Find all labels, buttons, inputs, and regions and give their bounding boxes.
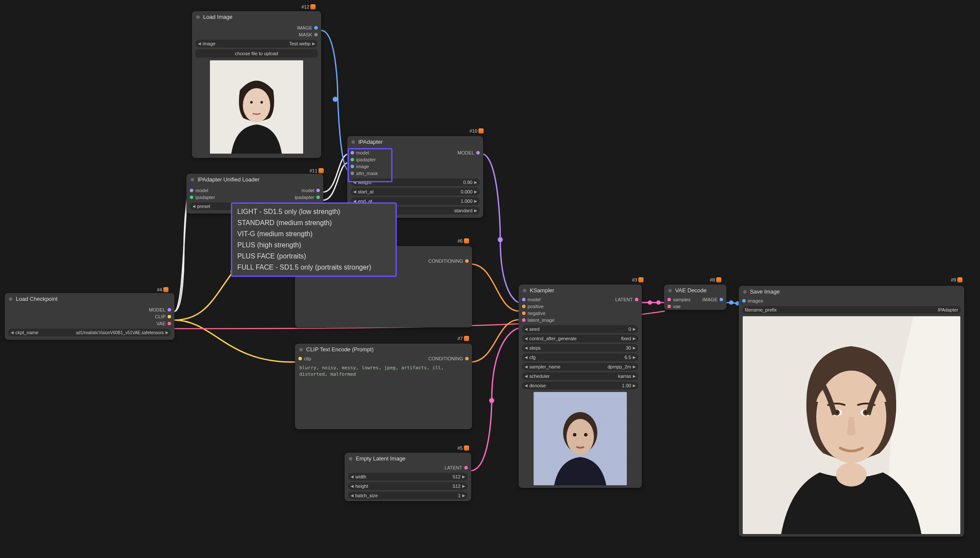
scheduler-widget[interactable]: ◀schedulerkarras▶ — [522, 372, 638, 380]
weight-widget[interactable]: ◀weight0.80▶ — [351, 178, 480, 186]
svg-point-6 — [729, 300, 733, 305]
node-title: Load Checkpoint — [16, 296, 58, 302]
node-load-image[interactable]: Load Image IMAGE MASK ◀image Test.webp▶ … — [192, 11, 321, 158]
output-conditioning-label: CONDITIONING — [428, 356, 463, 361]
svg-point-4 — [648, 300, 652, 305]
input-image-label: image — [356, 164, 369, 169]
node-title: VAE Decode — [675, 287, 706, 294]
input-negative-label: negative — [528, 311, 546, 316]
input-ipadapter-label: ipadapter — [195, 195, 215, 200]
svg-point-11 — [250, 101, 253, 104]
prefix-widget[interactable]: filename_prefixIPAdapter — [742, 306, 961, 314]
input-positive-label: positive — [528, 304, 543, 309]
output-clip-label: CLIP — [155, 314, 165, 319]
node-ksampler[interactable]: KSampler modelLATENT positive negative l… — [519, 285, 642, 488]
input-attn-label: attn_mask — [356, 171, 378, 176]
node-title: Empty Latent Image — [356, 455, 405, 462]
node-load-checkpoint[interactable]: Load Checkpoint MODEL CLIP VAE ◀ckpt_nam… — [5, 293, 174, 340]
node-header[interactable]: Load Image — [192, 11, 321, 23]
input-vae-label: vae — [673, 304, 681, 309]
node-tag-8: #8 — [710, 277, 721, 282]
svg-point-1 — [498, 237, 503, 242]
node-save-image[interactable]: Save Image images filename_prefixIPAdapt… — [739, 286, 964, 537]
output-image-label: IMAGE — [297, 25, 312, 30]
output-latent-label: LATENT — [445, 465, 462, 470]
node-tag-7: #7 — [458, 336, 469, 341]
node-title: CLIP Text Encode (Prompt) — [306, 346, 374, 353]
chevron-left-icon: ◀ — [192, 204, 195, 208]
input-model-label: model — [528, 297, 540, 302]
ckpt-selector[interactable]: ◀ckpt_name sd1/realisticVisionV60B1_v51V… — [8, 329, 171, 336]
input-latent-label: latent_image — [528, 318, 555, 323]
chevron-right-icon: ▶ — [312, 42, 315, 46]
output-conditioning-label: CONDITIONING — [428, 258, 463, 264]
input-images-label: images — [748, 298, 763, 303]
svg-point-0 — [333, 97, 338, 102]
node-title: KSampler — [530, 287, 554, 294]
svg-point-5 — [656, 300, 661, 305]
node-tag-6: #6 — [458, 238, 469, 243]
batch-widget[interactable]: ◀batch_size1▶ — [348, 492, 468, 499]
dropdown-option[interactable]: PLUS FACE (portraits) — [236, 251, 391, 262]
svg-point-18 — [567, 419, 594, 455]
node-header[interactable]: IPAdapter — [347, 136, 483, 148]
ctrl-widget[interactable]: ◀control_after_generatefixed▶ — [522, 335, 638, 342]
node-title: Load Image — [203, 14, 233, 20]
node-tag-4: #4 — [157, 287, 168, 292]
node-header[interactable]: Load Checkpoint — [5, 293, 174, 305]
node-header[interactable]: Empty Latent Image — [345, 453, 471, 464]
dropdown-option[interactable]: STANDARD (medium strength) — [236, 217, 391, 229]
input-clip-label: clip — [304, 356, 311, 361]
svg-point-3 — [489, 398, 494, 403]
height-widget[interactable]: ◀height512▶ — [348, 482, 468, 490]
svg-point-19 — [573, 433, 576, 436]
node-header[interactable]: IPAdapter Unified Loader — [186, 174, 323, 185]
preset-selector[interactable]: ◀preset — [190, 202, 233, 210]
node-header[interactable]: VAE Decode — [664, 285, 726, 296]
node-tag-5: #5 — [458, 445, 469, 451]
output-latent-label: LATENT — [615, 297, 633, 302]
svg-point-20 — [584, 433, 587, 436]
dropdown-option[interactable]: LIGHT - SD1.5 only (low strength) — [236, 206, 391, 217]
output-vae-label: VAE — [156, 321, 165, 326]
denoise-widget[interactable]: ◀denoise1.00▶ — [522, 382, 638, 389]
node-header[interactable]: CLIP Text Encode (Prompt) — [295, 344, 472, 355]
node-tag-9: #9 — [951, 277, 962, 282]
svg-point-10 — [243, 88, 270, 122]
node-title: IPAdapter — [358, 139, 383, 145]
dropdown-option[interactable]: FULL FACE - SD1.5 only (portraits strong… — [236, 262, 391, 273]
input-samples-label: samples — [673, 297, 691, 302]
input-model-label: model — [195, 188, 208, 193]
output-model-label: MODEL — [458, 150, 474, 155]
input-image-preview — [210, 60, 303, 154]
node-header[interactable]: KSampler — [519, 285, 642, 296]
upload-button[interactable]: choose file to upload — [195, 49, 318, 58]
node-tag-3: #3 — [632, 277, 643, 282]
chevron-left-icon: ◀ — [198, 42, 201, 46]
output-image-label: IMAGE — [703, 297, 717, 302]
node-empty-latent[interactable]: Empty Latent Image LATENT ◀width512▶ ◀he… — [345, 453, 471, 501]
svg-point-12 — [260, 101, 263, 104]
input-model-label: model — [356, 150, 369, 155]
node-header[interactable]: Save Image — [739, 286, 964, 297]
ksampler-preview — [534, 392, 627, 485]
dropdown-option[interactable]: PLUS (high strength) — [236, 240, 391, 251]
output-ipadapter-label: ipadapter — [295, 195, 314, 200]
prompt-text[interactable]: blurry, noisy, messy, lowres, jpeg, arti… — [299, 365, 468, 378]
output-image-preview — [743, 316, 960, 534]
node-clip-negative[interactable]: CLIP Text Encode (Prompt) clip CONDITION… — [295, 344, 472, 429]
node-title: IPAdapter Unified Loader — [198, 176, 260, 183]
node-tag-10: #10 — [469, 128, 484, 134]
image-selector[interactable]: ◀image Test.webp▶ — [195, 40, 318, 47]
width-widget[interactable]: ◀width512▶ — [348, 473, 468, 481]
start-widget[interactable]: ◀start_at0.000▶ — [351, 188, 480, 196]
preset-dropdown[interactable]: LIGHT - SD1.5 only (low strength) STANDA… — [231, 202, 397, 277]
seed-widget[interactable]: ◀seed0▶ — [522, 325, 638, 333]
output-model-label: model — [301, 188, 314, 193]
node-vae-decode[interactable]: VAE Decode samplesIMAGE vae — [664, 285, 726, 310]
input-ipadapter-label: ipadapter — [356, 157, 376, 162]
sampler-widget[interactable]: ◀sampler_namedpmpp_2m▶ — [522, 363, 638, 371]
cfg-widget[interactable]: ◀cfg6.5▶ — [522, 353, 638, 361]
steps-widget[interactable]: ◀steps30▶ — [522, 344, 638, 352]
dropdown-option[interactable]: VIT-G (medium strength) — [236, 229, 391, 240]
